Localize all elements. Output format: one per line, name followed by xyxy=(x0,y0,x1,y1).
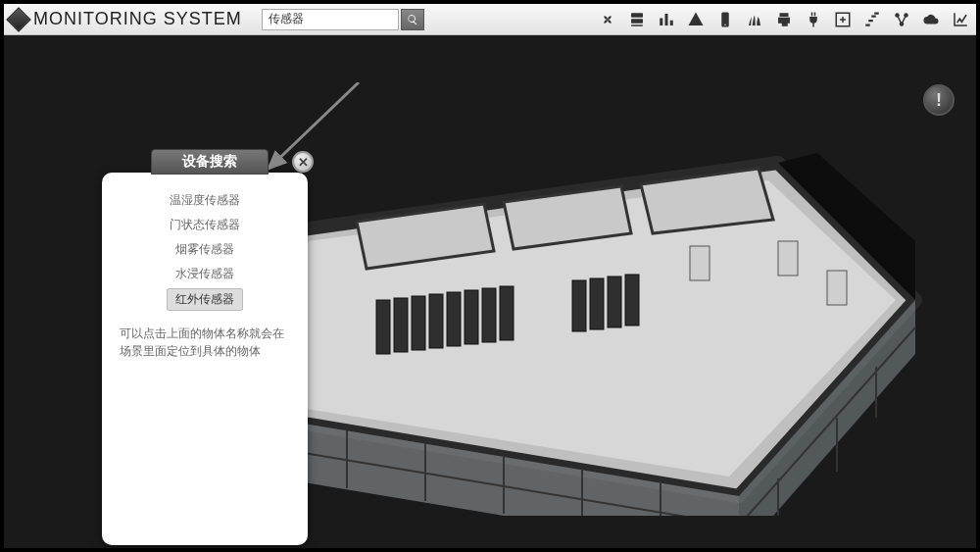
panel-item-smoke[interactable]: 烟雾传感器 xyxy=(168,239,242,260)
logo: MONITORING SYSTEM xyxy=(10,9,242,29)
logo-icon xyxy=(6,7,30,31)
printer-icon[interactable] xyxy=(774,10,794,29)
svg-rect-44 xyxy=(827,271,847,305)
close-icon: ✕ xyxy=(298,155,309,170)
panel-hint: 可以点击上面的物体名称就会在场景里面定位到具体的物体 xyxy=(102,317,308,368)
svg-point-7 xyxy=(724,24,726,25)
grass-icon[interactable] xyxy=(745,10,764,29)
svg-rect-2 xyxy=(631,25,643,26)
svg-rect-41 xyxy=(625,275,639,326)
svg-rect-39 xyxy=(590,278,604,329)
search-icon xyxy=(407,14,418,25)
search-input[interactable] xyxy=(262,9,399,30)
server-icon[interactable] xyxy=(627,10,647,29)
svg-rect-37 xyxy=(500,286,514,340)
svg-rect-1 xyxy=(631,19,643,24)
fan-icon[interactable] xyxy=(598,10,617,29)
plug-icon[interactable] xyxy=(804,10,823,29)
svg-rect-0 xyxy=(631,13,643,18)
steps-icon[interactable] xyxy=(862,10,882,29)
svg-rect-5 xyxy=(670,20,673,25)
panel-title: 设备搜索 xyxy=(151,149,269,175)
app-title: MONITORING SYSTEM xyxy=(33,9,242,29)
svg-rect-43 xyxy=(778,241,798,276)
panel-item-water[interactable]: 水浸传感器 xyxy=(168,264,242,284)
panel-item-temp-humidity[interactable]: 温湿度传感器 xyxy=(162,190,248,211)
cloud-icon[interactable] xyxy=(921,10,941,29)
svg-rect-38 xyxy=(572,280,586,331)
panel-list: 温湿度传感器 门状态传感器 烟雾传感器 水浸传感器 红外传感器 xyxy=(102,173,308,317)
building-3d xyxy=(229,104,935,516)
search-button[interactable] xyxy=(401,9,424,30)
bar-chart-icon[interactable] xyxy=(657,10,676,29)
device-search-panel: 设备搜索 ✕ 温湿度传感器 门状态传感器 烟雾传感器 水浸传感器 红外传感器 可… xyxy=(102,173,308,545)
svg-rect-33 xyxy=(429,294,443,348)
alert-badge[interactable]: ! xyxy=(923,84,955,116)
svg-rect-34 xyxy=(447,292,461,346)
panel-close-button[interactable]: ✕ xyxy=(292,151,314,173)
svg-rect-40 xyxy=(608,276,621,327)
svg-rect-3 xyxy=(660,18,662,25)
add-frame-icon[interactable] xyxy=(833,10,853,29)
svg-rect-36 xyxy=(482,288,496,342)
svg-rect-30 xyxy=(376,300,390,354)
svg-rect-32 xyxy=(412,296,425,350)
panel-item-door-state[interactable]: 门状态传感器 xyxy=(162,215,248,235)
svg-rect-42 xyxy=(690,246,710,280)
panel-item-infrared[interactable]: 红外传感器 xyxy=(167,288,243,311)
svg-rect-31 xyxy=(394,298,408,352)
viewport-3d[interactable]: ! 设备搜索 ✕ 温湿度传感器 门状态传感器 烟雾传感器 水浸传感器 红外传感器… xyxy=(4,35,976,548)
warning-icon[interactable] xyxy=(686,10,706,29)
svg-rect-4 xyxy=(665,14,668,25)
top-bar: MONITORING SYSTEM xyxy=(4,4,976,35)
search xyxy=(262,9,424,30)
alert-icon: ! xyxy=(936,90,942,111)
line-chart-icon[interactable] xyxy=(951,10,970,29)
toolbar xyxy=(598,10,970,29)
nodes-icon[interactable] xyxy=(892,10,911,29)
svg-rect-35 xyxy=(465,290,478,344)
mobile-icon[interactable] xyxy=(715,10,735,29)
